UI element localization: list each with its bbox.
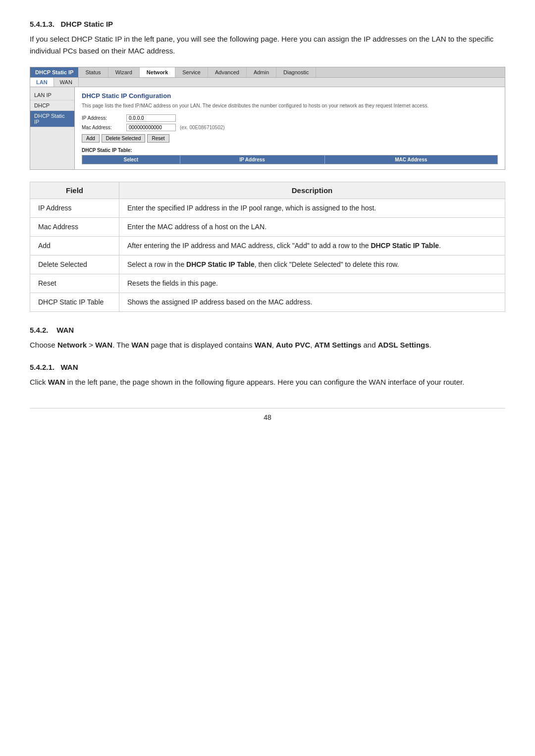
intro-and-542: and	[361, 341, 377, 349]
desc-ip-address: Enter the specified IP address in the IP…	[119, 199, 505, 218]
router-brand: DHCP Static IP	[30, 67, 78, 77]
section-541-3-intro: If you select DHCP Static IP in the left…	[30, 33, 505, 57]
router-body: LAN IP DHCP DHCP Static IP DHCP Static I…	[30, 87, 505, 169]
nav-tab-admin[interactable]: Admin	[247, 67, 276, 77]
sidebar-dhcp-static-ip[interactable]: DHCP Static IP	[30, 111, 74, 127]
mac-address-label: Mac Address:	[82, 125, 126, 130]
router-subnav: LAN WAN	[30, 78, 505, 87]
nav-tab-wizard[interactable]: Wizard	[108, 67, 140, 77]
table-row: DHCP Static IP Table Shows the assigned …	[30, 293, 505, 312]
bold-adsl-settings: ADSL Settings	[378, 341, 429, 349]
intro-arrow-542: >	[87, 341, 95, 349]
router-sidebar: LAN IP DHCP DHCP Static IP	[30, 87, 75, 169]
sidebar-lan-ip[interactable]: LAN IP	[30, 90, 74, 101]
bold-network: Network	[57, 341, 87, 349]
table-title: DHCP Static IP Table:	[82, 148, 498, 153]
section-5421: 5.4.2.1. WAN	[30, 363, 505, 371]
section-5421-intro: Click WAN in the left pane, the page sho…	[30, 376, 505, 388]
ip-address-label: IP Address:	[82, 115, 126, 121]
intro-mid-542: . The	[112, 341, 131, 349]
section-541-3-heading: 5.4.1.3. DHCP Static IP	[30, 20, 505, 28]
desc-mac-address: Enter the MAC address of a host on the L…	[119, 218, 505, 237]
table-row: Add After entering the IP address and MA…	[30, 237, 505, 255]
section-542-intro: Choose Network > WAN. The WAN page that …	[30, 339, 505, 351]
content-title: DHCP Static IP Configuration	[82, 92, 498, 100]
field-delete-selected: Delete Selected	[30, 255, 119, 274]
form-buttons: Add Delete Selected Reset	[82, 134, 498, 143]
table-row: Mac Address Enter the MAC address of a h…	[30, 218, 505, 237]
delete-selected-button[interactable]: Delete Selected	[102, 134, 146, 143]
mac-hint: (ex. 00E086710502)	[180, 125, 225, 130]
sidebar-dhcp[interactable]: DHCP	[30, 101, 74, 111]
field-ip-address: IP Address	[30, 199, 119, 218]
bold-wan-1: WAN	[95, 341, 112, 349]
mac-address-input[interactable]	[126, 124, 176, 131]
bold-dhcp-table-delete: DHCP Static IP Table	[186, 260, 255, 268]
desc-reset: Resets the fields in this page.	[119, 274, 505, 293]
nav-tab-network[interactable]: Network	[140, 67, 175, 77]
nav-tab-diagnostic[interactable]: Diagnostic	[276, 67, 316, 77]
bold-wan-5421: WAN	[48, 378, 65, 386]
bold-dhcp-table-add: DHCP Static IP Table	[371, 242, 439, 250]
table-row: Delete Selected Select a row in the DHCP…	[30, 255, 505, 274]
intro-prefix-542: Choose	[30, 341, 57, 349]
add-button[interactable]: Add	[82, 134, 100, 143]
mac-address-row: Mac Address: (ex. 00E086710502)	[82, 124, 498, 131]
ip-address-input[interactable]	[126, 114, 176, 122]
reset-button[interactable]: Reset	[147, 134, 169, 143]
nav-tab-service[interactable]: Service	[175, 67, 208, 77]
field-mac-address: Mac Address	[30, 218, 119, 237]
intro-end-542: .	[429, 341, 431, 349]
col-mac-address: MAC Address	[324, 155, 497, 164]
section-542-heading: 5.4.2. WAN	[30, 326, 505, 334]
bold-atm-settings: ATM Settings	[315, 341, 362, 349]
bold-auto-pvc: Auto PVC	[276, 341, 310, 349]
subnav-lan[interactable]: LAN	[30, 78, 54, 87]
desc-delete-selected: Select a row in the DHCP Static IP Table…	[119, 255, 505, 274]
router-ui-screenshot: DHCP Static IP Status Wizard Network Ser…	[30, 67, 505, 170]
intro-mid2-542: page that is displayed contains	[149, 341, 254, 349]
table-section: DHCP Static IP Table: Select IP Address …	[82, 148, 498, 164]
content-description: This page lists the fixed IP/MAC address…	[82, 102, 498, 109]
intro-text-5421: in the left pane, the page shown in the …	[65, 378, 465, 386]
col-field-header: Field	[30, 182, 119, 199]
description-table: Field Description IP Address Enter the s…	[30, 182, 505, 312]
bold-wan-3: WAN	[255, 341, 272, 349]
router-nav: DHCP Static IP Status Wizard Network Ser…	[30, 67, 505, 78]
intro-sep1-542: ,	[272, 341, 276, 349]
field-reset: Reset	[30, 274, 119, 293]
router-content: DHCP Static IP Configuration This page l…	[75, 87, 505, 169]
col-description-header: Description	[119, 182, 505, 199]
desc-add: After entering the IP address and MAC ad…	[119, 237, 505, 255]
intro-sep2-542: ,	[310, 341, 314, 349]
ip-address-row: IP Address:	[82, 114, 498, 122]
page-number: 48	[30, 408, 505, 421]
bold-wan-2: WAN	[131, 341, 149, 349]
col-ip-address: IP Address	[180, 155, 324, 164]
router-nav-tabs: Status Wizard Network Service Advanced A…	[78, 67, 505, 77]
table-row: IP Address Enter the specified IP addres…	[30, 199, 505, 218]
desc-dhcp-static-ip-table: Shows the assigned IP address based on t…	[119, 293, 505, 312]
table-row: Reset Resets the fields in this page.	[30, 274, 505, 293]
section-5421-heading: 5.4.2.1. WAN	[30, 363, 505, 371]
subnav-wan[interactable]: WAN	[54, 78, 79, 87]
dhcp-table: Select IP Address MAC Address	[82, 155, 498, 164]
nav-tab-advanced[interactable]: Advanced	[208, 67, 247, 77]
col-select: Select	[82, 155, 180, 164]
field-dhcp-static-ip-table: DHCP Static IP Table	[30, 293, 119, 312]
section-542: 5.4.2. WAN	[30, 326, 505, 334]
nav-tab-status[interactable]: Status	[78, 67, 108, 77]
intro-prefix-5421: Click	[30, 378, 48, 386]
field-add: Add	[30, 237, 119, 255]
